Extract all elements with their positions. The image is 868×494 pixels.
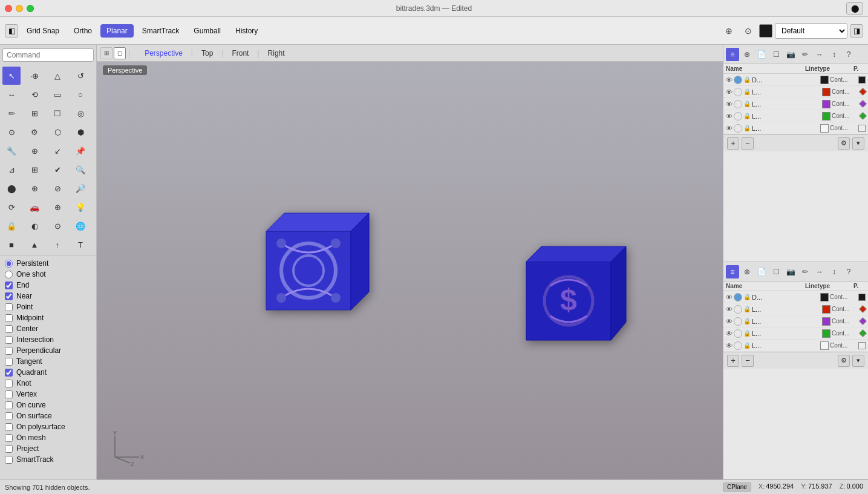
snap-item-vertex[interactable]: Vertex xyxy=(5,389,91,400)
minimize-button[interactable] xyxy=(16,5,23,12)
eye-icon[interactable]: 👁 xyxy=(726,330,733,337)
tool-pyramid[interactable]: ▲ xyxy=(25,235,44,254)
layer-print-color[interactable] xyxy=(859,317,867,325)
cube-right[interactable]: $ xyxy=(514,231,635,360)
tool-arrow[interactable]: ↙ xyxy=(48,142,67,160)
snap-item-quadrant[interactable]: Quadrant xyxy=(5,367,91,378)
layer-color-swatch[interactable] xyxy=(822,329,830,338)
right-sidebar-toggle[interactable]: ⬤ xyxy=(846,2,863,15)
rp-box-icon[interactable]: ☐ xyxy=(769,48,783,61)
layer-active-indicator[interactable] xyxy=(734,317,742,326)
tool-grid2[interactable]: ⊞ xyxy=(25,104,44,122)
rp-help-icon2[interactable]: ? xyxy=(842,265,855,278)
tab-perspective[interactable]: Perspective xyxy=(137,48,190,59)
layer-color-swatch[interactable] xyxy=(822,112,830,120)
tab-right[interactable]: Right xyxy=(261,48,292,59)
tool-check[interactable]: ✔ xyxy=(48,160,67,179)
tool-hex[interactable]: ⬡ xyxy=(48,123,67,141)
rp-camera-icon[interactable]: 📷 xyxy=(784,48,797,61)
add-layer-btn2[interactable]: + xyxy=(727,355,739,367)
tool-light[interactable]: 💡 xyxy=(71,198,90,216)
tool-array[interactable]: ⚙ xyxy=(25,123,44,141)
layer-color-swatch[interactable] xyxy=(822,88,830,96)
tool-rotate[interactable]: ↺ xyxy=(71,67,90,85)
eye-icon[interactable]: 👁 xyxy=(726,318,733,325)
snap-item-near[interactable]: Near xyxy=(5,291,91,301)
chevron-btn-top[interactable]: ▾ xyxy=(852,137,864,150)
snap-checkbox-smarttrack[interactable] xyxy=(5,456,13,464)
layer-print-color[interactable] xyxy=(859,112,867,120)
lock-icon[interactable]: 🔒 xyxy=(743,306,751,312)
snap-checkbox-on-curve[interactable] xyxy=(5,401,13,409)
gumball-button[interactable]: Gumball xyxy=(188,24,227,38)
snap-persistent[interactable]: Persistent xyxy=(5,258,91,269)
snap-checkbox-quadrant[interactable] xyxy=(5,369,13,377)
grid-snap-button[interactable]: Grid Snap xyxy=(21,24,65,38)
layer-row[interactable]: 👁🔒L...Cont... xyxy=(723,328,868,340)
rp-edit-icon[interactable]: ✏ xyxy=(798,48,812,61)
rp-file-icon[interactable]: 📄 xyxy=(755,48,768,61)
rp-file-icon2[interactable]: 📄 xyxy=(755,265,768,278)
rp-camera-icon2[interactable]: 📷 xyxy=(784,265,797,278)
chevron-btn-bottom[interactable]: ▾ xyxy=(852,355,864,367)
layer-row[interactable]: 👁🔒D...Cont... xyxy=(723,291,868,303)
layer-row[interactable]: 👁🔒L...Cont... xyxy=(723,110,868,122)
add-layer-btn[interactable]: + xyxy=(727,137,739,150)
rp-move-icon[interactable]: ↔ xyxy=(813,48,826,61)
rp-target-icon[interactable]: ⊕ xyxy=(740,48,754,61)
snap-checkbox-near[interactable] xyxy=(5,292,13,300)
snap-item-end[interactable]: End xyxy=(5,280,91,291)
cplane-button[interactable]: CPlane xyxy=(723,482,751,492)
history-button[interactable]: History xyxy=(229,24,264,38)
close-button[interactable] xyxy=(5,5,12,12)
snap-item-point[interactable]: Point xyxy=(5,301,91,312)
rp-move2-icon2[interactable]: ↕ xyxy=(827,265,841,278)
eye-icon[interactable]: 👁 xyxy=(726,88,733,96)
layer-active-indicator[interactable] xyxy=(734,305,742,314)
layer-row[interactable]: 👁🔒L...Cont... xyxy=(723,86,868,98)
snap-checkbox-end[interactable] xyxy=(5,282,13,289)
tool-point[interactable]: ·⊕ xyxy=(25,67,44,85)
lock-icon[interactable]: 🔒 xyxy=(743,330,751,337)
tool-ring[interactable]: ⊕ xyxy=(25,179,44,197)
cube-left[interactable] xyxy=(248,195,381,336)
tool-tri[interactable]: ⊿ xyxy=(2,160,21,179)
layer-print-color[interactable] xyxy=(859,88,867,96)
tool-arc[interactable]: ◎ xyxy=(71,104,90,122)
tool-pin[interactable]: 📌 xyxy=(71,142,90,160)
snap-item-center[interactable]: Center xyxy=(5,323,91,334)
layer-color-swatch[interactable] xyxy=(822,305,830,314)
remove-layer-btn2[interactable]: − xyxy=(742,355,754,367)
snap-item-project[interactable]: Project xyxy=(5,443,91,454)
display-mode-select[interactable]: Default Wireframe Shaded Rendered xyxy=(775,23,847,39)
layer-color-swatch[interactable] xyxy=(820,341,829,350)
eye-icon[interactable]: 👁 xyxy=(726,76,733,84)
snap-checkbox-on-surface[interactable] xyxy=(5,412,13,420)
left-sidebar-toggle[interactable]: ◧ xyxy=(5,24,18,38)
tool-lock[interactable]: 🔒 xyxy=(2,217,21,235)
rp-layers-icon2[interactable]: ≡ xyxy=(726,265,739,278)
snap-checkbox-midpoint[interactable] xyxy=(5,314,13,322)
record-icon-btn[interactable]: ⊙ xyxy=(740,22,757,39)
snap-item-tangent[interactable]: Tangent xyxy=(5,356,91,367)
layer-print-color[interactable] xyxy=(859,329,867,337)
tool-zoom-in[interactable]: 🔍 xyxy=(71,160,90,179)
eye-icon[interactable]: 👁 xyxy=(726,294,733,301)
tool-rotate2[interactable]: ⟲ xyxy=(25,85,44,104)
lock-icon[interactable]: 🔒 xyxy=(743,318,751,324)
smarttrack-button[interactable]: SmartTrack xyxy=(136,24,186,38)
layer-print-color[interactable] xyxy=(858,342,866,349)
layer-active-indicator[interactable] xyxy=(734,329,742,338)
lock-icon[interactable]: 🔒 xyxy=(743,100,751,107)
lock-icon[interactable]: 🔒 xyxy=(743,125,751,131)
tool-globe[interactable]: 🌐 xyxy=(71,217,90,235)
lock-icon[interactable]: 🔒 xyxy=(743,342,751,349)
color-swatch[interactable] xyxy=(759,24,772,38)
gear-btn-bottom[interactable]: ⚙ xyxy=(838,355,850,367)
layer-print-color[interactable] xyxy=(858,76,866,84)
maximize-button[interactable] xyxy=(27,5,34,12)
tool-fill[interactable]: ■ xyxy=(2,235,21,254)
layer-row[interactable]: 👁🔒L...Cont... xyxy=(723,340,868,352)
eye-icon[interactable]: 👁 xyxy=(726,100,733,108)
layer-row[interactable]: 👁🔒L...Cont... xyxy=(723,98,868,110)
